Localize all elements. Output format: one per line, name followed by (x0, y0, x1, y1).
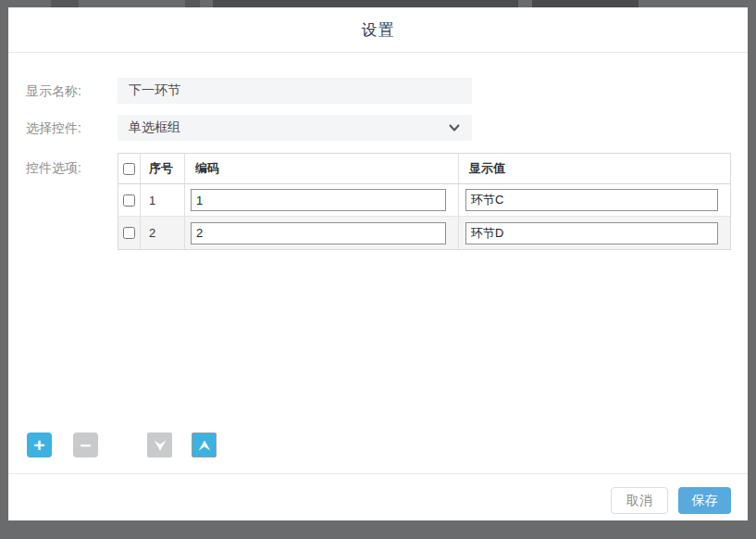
row-index: 1 (141, 184, 185, 216)
move-down-button[interactable] (147, 432, 172, 458)
row-select-cell (118, 184, 141, 216)
dialog-title: 设置 (362, 19, 395, 41)
display-value-input[interactable] (465, 189, 718, 211)
row-index: 2 (141, 217, 185, 249)
add-row-button[interactable]: + (27, 432, 52, 458)
settings-dialog: 设置 显示名称: 选择控件: 单选框组 控件选项: 序号 编码 显示值 1 (8, 7, 748, 520)
row-checkbox[interactable] (123, 227, 135, 239)
plus-icon: + (33, 435, 44, 455)
control-type-label: 选择控件: (26, 120, 81, 137)
arrow-up-icon (196, 437, 213, 454)
options-table: 序号 编码 显示值 1 2 (118, 153, 731, 250)
minus-icon: − (80, 435, 91, 455)
table-header-row: 序号 编码 显示值 (118, 154, 730, 184)
code-input[interactable] (191, 222, 446, 244)
row-checkbox[interactable] (123, 194, 135, 207)
table-row: 1 (118, 184, 730, 217)
options-label: 控件选项: (26, 160, 81, 177)
cancel-button[interactable]: 取消 (611, 487, 668, 514)
display-column-header: 显示值 (459, 154, 730, 183)
control-type-selected-value: 单选框组 (129, 119, 180, 136)
display-name-input[interactable] (118, 78, 472, 104)
dialog-header: 设置 (8, 7, 748, 53)
save-button[interactable]: 保存 (678, 487, 731, 514)
move-up-button[interactable] (192, 432, 217, 458)
select-all-cell (118, 154, 141, 183)
control-type-select[interactable]: 单选框组 (118, 115, 472, 141)
row-select-cell (118, 217, 141, 249)
chevron-down-icon (448, 121, 461, 134)
table-row: 2 (118, 217, 730, 249)
arrow-down-icon (152, 437, 168, 454)
footer-divider (8, 473, 748, 474)
index-column-header: 序号 (141, 154, 185, 183)
display-value-input[interactable] (465, 222, 718, 244)
select-all-checkbox[interactable] (123, 163, 135, 175)
remove-row-button[interactable]: − (73, 432, 98, 458)
code-input[interactable] (191, 189, 446, 211)
display-name-label: 显示名称: (26, 83, 81, 100)
code-column-header: 编码 (185, 154, 459, 183)
